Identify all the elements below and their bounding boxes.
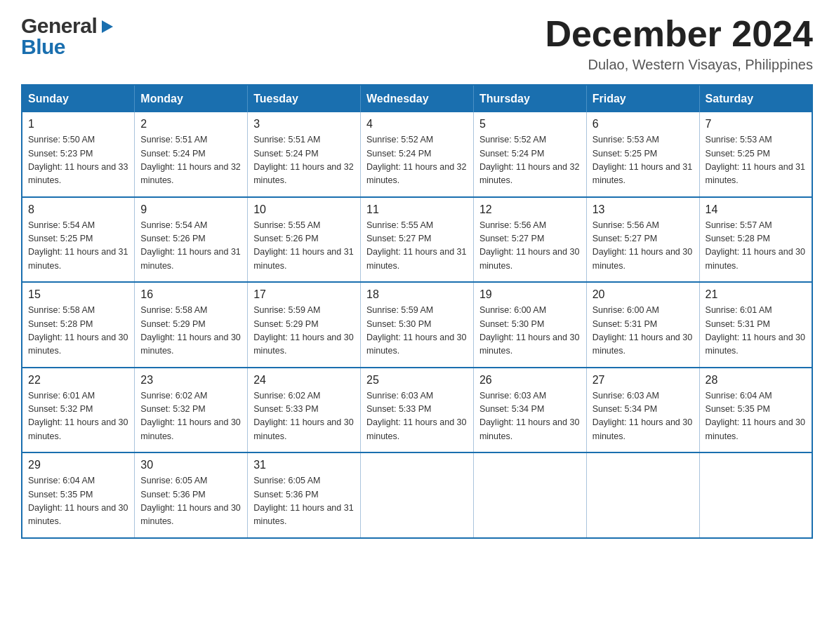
day-number: 9 (140, 203, 241, 216)
page-header: General Blue December 2024 Dulao, Wester… (21, 14, 813, 73)
day-number: 23 (140, 374, 241, 387)
week-row-4: 22Sunrise: 6:01 AMSunset: 5:32 PMDayligh… (22, 368, 812, 453)
day-info: Sunrise: 6:03 AMSunset: 5:34 PMDaylight:… (479, 389, 581, 444)
header-tuesday: Tuesday (248, 85, 361, 112)
calendar-cell: 18Sunrise: 5:59 AMSunset: 5:30 PMDayligh… (361, 282, 474, 368)
day-info: Sunrise: 6:03 AMSunset: 5:34 PMDaylight:… (593, 389, 694, 444)
logo-blue: Blue (21, 35, 65, 59)
header-thursday: Thursday (473, 85, 586, 112)
calendar-cell: 21Sunrise: 6:01 AMSunset: 5:31 PMDayligh… (699, 282, 812, 368)
day-number: 7 (706, 118, 806, 130)
day-number: 19 (479, 288, 581, 301)
day-number: 18 (366, 288, 468, 301)
calendar-cell (699, 452, 812, 538)
day-info: Sunrise: 5:51 AMSunset: 5:24 PMDaylight:… (140, 133, 241, 188)
day-number: 15 (28, 288, 128, 301)
calendar-cell: 16Sunrise: 5:58 AMSunset: 5:29 PMDayligh… (135, 282, 248, 368)
day-info: Sunrise: 5:50 AMSunset: 5:23 PMDaylight:… (28, 133, 128, 188)
calendar-cell: 10Sunrise: 5:55 AMSunset: 5:26 PMDayligh… (248, 197, 361, 283)
week-row-2: 8Sunrise: 5:54 AMSunset: 5:25 PMDaylight… (22, 197, 812, 283)
title-section: December 2024 Dulao, Western Visayas, Ph… (545, 14, 813, 73)
day-number: 22 (28, 374, 128, 387)
calendar-cell: 19Sunrise: 6:00 AMSunset: 5:30 PMDayligh… (473, 282, 586, 368)
day-info: Sunrise: 6:02 AMSunset: 5:33 PMDaylight:… (253, 389, 355, 444)
calendar-cell: 30Sunrise: 6:05 AMSunset: 5:36 PMDayligh… (135, 452, 248, 538)
day-info: Sunrise: 5:57 AMSunset: 5:28 PMDaylight:… (706, 219, 806, 274)
day-info: Sunrise: 6:04 AMSunset: 5:35 PMDaylight:… (706, 389, 806, 444)
calendar-cell: 29Sunrise: 6:04 AMSunset: 5:35 PMDayligh… (22, 452, 135, 538)
calendar-cell: 13Sunrise: 5:56 AMSunset: 5:27 PMDayligh… (586, 197, 699, 283)
day-number: 5 (479, 118, 581, 130)
week-row-1: 1Sunrise: 5:50 AMSunset: 5:23 PMDaylight… (22, 112, 812, 197)
calendar-cell (361, 452, 474, 538)
day-number: 2 (140, 118, 241, 130)
day-info: Sunrise: 5:52 AMSunset: 5:24 PMDaylight:… (479, 133, 581, 188)
day-info: Sunrise: 6:00 AMSunset: 5:30 PMDaylight:… (479, 304, 581, 358)
day-info: Sunrise: 5:58 AMSunset: 5:29 PMDaylight:… (140, 304, 241, 358)
day-number: 24 (253, 374, 355, 387)
day-info: Sunrise: 5:56 AMSunset: 5:27 PMDaylight:… (593, 219, 694, 274)
day-number: 3 (253, 118, 355, 130)
day-number: 28 (706, 374, 806, 387)
logo-general: General (21, 14, 97, 38)
calendar-cell: 27Sunrise: 6:03 AMSunset: 5:34 PMDayligh… (586, 368, 699, 453)
logo: General Blue (21, 14, 114, 59)
day-info: Sunrise: 5:58 AMSunset: 5:28 PMDaylight:… (28, 304, 128, 358)
calendar-cell (586, 452, 699, 538)
day-number: 31 (253, 459, 355, 471)
day-number: 11 (366, 203, 468, 216)
calendar-cell: 1Sunrise: 5:50 AMSunset: 5:23 PMDaylight… (22, 112, 135, 197)
day-number: 16 (140, 288, 241, 301)
calendar-cell: 3Sunrise: 5:51 AMSunset: 5:24 PMDaylight… (248, 112, 361, 197)
day-info: Sunrise: 6:05 AMSunset: 5:36 PMDaylight:… (253, 474, 355, 529)
day-number: 17 (253, 288, 355, 301)
day-number: 6 (593, 118, 694, 130)
calendar-cell: 26Sunrise: 6:03 AMSunset: 5:34 PMDayligh… (473, 368, 586, 453)
day-number: 13 (593, 203, 694, 216)
day-info: Sunrise: 5:53 AMSunset: 5:25 PMDaylight:… (706, 133, 806, 188)
calendar-cell: 17Sunrise: 5:59 AMSunset: 5:29 PMDayligh… (248, 282, 361, 368)
day-number: 14 (706, 203, 806, 216)
day-number: 4 (366, 118, 468, 130)
calendar-body: 1Sunrise: 5:50 AMSunset: 5:23 PMDaylight… (22, 112, 812, 538)
day-info: Sunrise: 6:01 AMSunset: 5:31 PMDaylight:… (706, 304, 806, 358)
calendar-cell: 25Sunrise: 6:03 AMSunset: 5:33 PMDayligh… (361, 368, 474, 453)
day-info: Sunrise: 5:54 AMSunset: 5:26 PMDaylight:… (140, 219, 241, 274)
week-row-3: 15Sunrise: 5:58 AMSunset: 5:28 PMDayligh… (22, 282, 812, 368)
day-number: 25 (366, 374, 468, 387)
calendar-cell: 2Sunrise: 5:51 AMSunset: 5:24 PMDaylight… (135, 112, 248, 197)
calendar-cell: 23Sunrise: 6:02 AMSunset: 5:32 PMDayligh… (135, 368, 248, 453)
calendar-cell: 20Sunrise: 6:00 AMSunset: 5:31 PMDayligh… (586, 282, 699, 368)
header-wednesday: Wednesday (361, 85, 474, 112)
calendar-cell: 24Sunrise: 6:02 AMSunset: 5:33 PMDayligh… (248, 368, 361, 453)
day-info: Sunrise: 6:02 AMSunset: 5:32 PMDaylight:… (140, 389, 241, 444)
header-sunday: Sunday (22, 85, 135, 112)
day-info: Sunrise: 5:59 AMSunset: 5:29 PMDaylight:… (253, 304, 355, 358)
day-info: Sunrise: 5:59 AMSunset: 5:30 PMDaylight:… (366, 304, 468, 358)
day-info: Sunrise: 6:00 AMSunset: 5:31 PMDaylight:… (593, 304, 694, 358)
day-number: 1 (28, 118, 128, 130)
header-friday: Friday (586, 85, 699, 112)
day-number: 29 (28, 459, 128, 471)
day-info: Sunrise: 6:03 AMSunset: 5:33 PMDaylight:… (366, 389, 468, 444)
week-row-5: 29Sunrise: 6:04 AMSunset: 5:35 PMDayligh… (22, 452, 812, 538)
day-number: 8 (28, 203, 128, 216)
day-info: Sunrise: 6:01 AMSunset: 5:32 PMDaylight:… (28, 389, 128, 444)
calendar-cell: 12Sunrise: 5:56 AMSunset: 5:27 PMDayligh… (473, 197, 586, 283)
day-number: 21 (706, 288, 806, 301)
day-number: 27 (593, 374, 694, 387)
calendar-cell: 8Sunrise: 5:54 AMSunset: 5:25 PMDaylight… (22, 197, 135, 283)
day-info: Sunrise: 5:52 AMSunset: 5:24 PMDaylight:… (366, 133, 468, 188)
calendar-cell: 11Sunrise: 5:55 AMSunset: 5:27 PMDayligh… (361, 197, 474, 283)
day-info: Sunrise: 6:05 AMSunset: 5:36 PMDaylight:… (140, 474, 241, 529)
svg-marker-0 (102, 20, 113, 33)
calendar-cell: 7Sunrise: 5:53 AMSunset: 5:25 PMDaylight… (699, 112, 812, 197)
calendar-header: SundayMondayTuesdayWednesdayThursdayFrid… (22, 85, 812, 112)
header-monday: Monday (135, 85, 248, 112)
logo-arrow-icon (99, 19, 114, 34)
calendar-cell: 31Sunrise: 6:05 AMSunset: 5:36 PMDayligh… (248, 452, 361, 538)
day-info: Sunrise: 5:53 AMSunset: 5:25 PMDaylight:… (593, 133, 694, 188)
calendar-cell: 14Sunrise: 5:57 AMSunset: 5:28 PMDayligh… (699, 197, 812, 283)
calendar-cell: 15Sunrise: 5:58 AMSunset: 5:28 PMDayligh… (22, 282, 135, 368)
day-info: Sunrise: 5:54 AMSunset: 5:25 PMDaylight:… (28, 219, 128, 274)
